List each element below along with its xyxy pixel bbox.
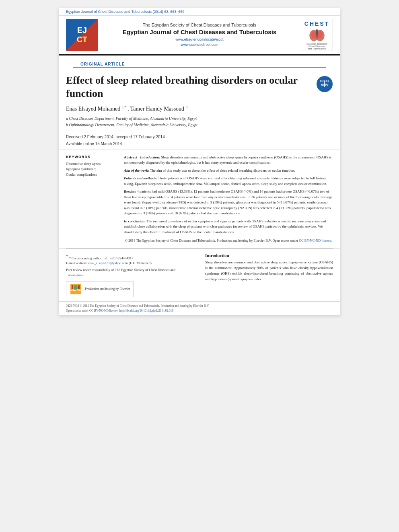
abstract-aim: Aim of the work: The aim of this study w… (124, 168, 333, 174)
bottom-cc-link[interactable]: CC BY-NC-ND license. (89, 309, 118, 312)
keywords-sidebar: KEYWORDS Obstructive sleep apnea hypopne… (66, 155, 118, 243)
elsevier-logo-icon: ELSEVIER (70, 283, 82, 295)
aim-text: The aim of this study was to detect the … (150, 168, 295, 173)
ct-text: CT (77, 35, 88, 44)
abstract-patients: Patients and methods: Thirty patients wi… (124, 176, 333, 187)
cc-link[interactable]: CC BY-NC-ND license. (299, 238, 332, 242)
access-text: Open access under (66, 309, 88, 312)
aim-label: Aim of the work: (124, 168, 149, 173)
bottom-bar: 0422-7638 © 2014 The Egyptian Society of… (59, 301, 340, 315)
abstract-conclusion: In conclusion: The increased prevalence … (124, 219, 333, 235)
footer-notes: * * Corresponding author. Tel.: +20 1224… (59, 249, 340, 301)
svg-rect-13 (78, 285, 80, 289)
intro-title: Introduction: (140, 155, 160, 159)
svg-point-14 (74, 285, 78, 290)
email-suffix: (E.E. Mohamed). (129, 261, 152, 265)
peer-review-line: Peer review under responsibility of The … (66, 267, 194, 278)
svg-rect-12 (72, 285, 73, 289)
abstract-label: Abstract (124, 155, 138, 159)
article-type-label: ORIGINAL ARTICLE (73, 59, 326, 68)
main-body: KEYWORDS Obstructive sleep apnea hypopne… (59, 150, 340, 248)
footnote-left: * * Corresponding author. Tel.: +20 1224… (66, 253, 200, 297)
article-title: Effect of sleep related breathing disord… (66, 74, 312, 100)
article-type-section: ORIGINAL ARTICLE (59, 55, 340, 68)
abstract-intro: Abstract Introduction: Sleep disorders a… (124, 155, 333, 166)
author1-name: Enas Elsayed Mohamed (66, 106, 120, 112)
copyright-line: © 2014 The Egyptian Society of Chest Dis… (124, 238, 333, 243)
url2[interactable]: www.sciencedirect.com (103, 42, 296, 48)
email-address[interactable]: enas_elsayed73@yahoo.com (88, 261, 128, 265)
results-label: Results: (124, 189, 136, 193)
journal-citation: Egyptian Journal of Chest Diseases and T… (66, 10, 184, 14)
received-date: Received 2 February 2014; accepted 17 Fe… (66, 134, 333, 140)
authors-line: Enas Elsayed Mohamed a,* , Tamer Hamdy M… (66, 105, 333, 112)
abstract-section: Abstract Introduction: Sleep disorders a… (118, 155, 333, 243)
ejct-logo: EJ CT (66, 19, 98, 51)
ej-text: EJ (77, 26, 87, 35)
introduction-title: Introduction (205, 253, 333, 258)
lung-icon (307, 28, 327, 42)
affiliations: a Chest Diseases Department, Faculty of … (66, 115, 333, 128)
journal-title-block: The Egyptian Society of Chest Diseases a… (103, 23, 296, 48)
journal-header: EJ CT The Egyptian Society of Chest Dise… (59, 16, 340, 55)
affil2: b Ophthalmology Department, Faculty of M… (66, 122, 333, 128)
journal-main-title: Egyptian Journal of Chest Diseases and T… (103, 29, 296, 35)
authors-section: Enas Elsayed Mohamed a,* , Tamer Hamdy M… (59, 103, 340, 131)
elsevier-logo-box: ELSEVIER Production and hosting by Elsev… (66, 281, 134, 297)
email-line: E-mail address: enas_elsayed73@yahoo.com… (66, 261, 194, 266)
bottom-access: Open access under CC BY-NC-ND license. h… (66, 308, 333, 313)
footnote-star-line: * * Corresponding author. Tel.: +20 1224… (66, 253, 194, 261)
journal-citation-bar: Egyptian Journal of Chest Diseases and T… (59, 8, 340, 16)
corresponding-author: * Corresponding author. Tel.: +20 122447… (69, 256, 134, 260)
results-text: 4 patients had mild OSAHS (13.33%), 12 p… (124, 189, 332, 215)
chest-subtitle: Egyptian Journal ofChest Diseasesand Tub… (306, 43, 327, 50)
dates-section: Received 2 February 2014; accepted 17 Fe… (59, 131, 340, 150)
author-separator: , Tamer Hamdy Massoud (128, 106, 184, 112)
doi-link[interactable]: http://dx.doi.org/10.1016/j.ejcdt.2014.0… (119, 309, 173, 312)
introduction-text: Sleep disorders are common and obstructi… (205, 260, 333, 282)
author2-sup: b (186, 105, 188, 109)
svg-point-3 (311, 31, 316, 38)
abstract-results: Results: 4 patients had mild OSAHS (13.3… (124, 189, 333, 216)
issn-text: 0422-7638 © 2014 The Egyptian Society of… (66, 304, 209, 308)
conclusion-text: The increased prevalence of ocular sympt… (124, 219, 326, 234)
author1-sup: a,* (122, 105, 126, 109)
keywords-title: KEYWORDS (66, 155, 112, 159)
page-container: Egyptian Journal of Chest Diseases and T… (59, 8, 340, 315)
elsevier-label: Production and hosting by Elsevier (85, 287, 130, 292)
journal-urls: www.elsevier.com/locate/ejcdt www.scienc… (103, 37, 296, 48)
affil1: a Chest Diseases Department, Faculty of … (66, 115, 333, 122)
star-symbol: * (66, 254, 68, 259)
email-prefix: E-mail address: (66, 261, 88, 265)
available-date: Available online 15 March 2014 (66, 140, 333, 147)
crossmark-badge: Cross Mark (316, 76, 333, 92)
bottom-issn: 0422-7638 © 2014 The Egyptian Society of… (66, 304, 333, 308)
society-name: The Egyptian Society of Chest Diseases a… (103, 23, 296, 27)
chest-logo-box: CHEST Egyptian Journal ofChest Diseasesa… (301, 19, 333, 51)
keywords-content: Obstructive sleep apnea hypopnea syndrom… (66, 161, 112, 178)
article-title-section: Effect of sleep related breathing disord… (59, 68, 340, 103)
introduction-section: Introduction Sleep disorders are common … (200, 253, 333, 297)
conclusion-label: In conclusion: (124, 219, 146, 223)
svg-point-4 (318, 31, 323, 38)
copyright-text: © 2014 The Egyptian Society of Chest Dis… (125, 238, 298, 242)
patients-label: Patients and methods: (124, 176, 157, 180)
chest-logo-title: CHEST (304, 21, 329, 27)
url1[interactable]: www.elsevier.com/locate/ejcdt (103, 37, 296, 43)
